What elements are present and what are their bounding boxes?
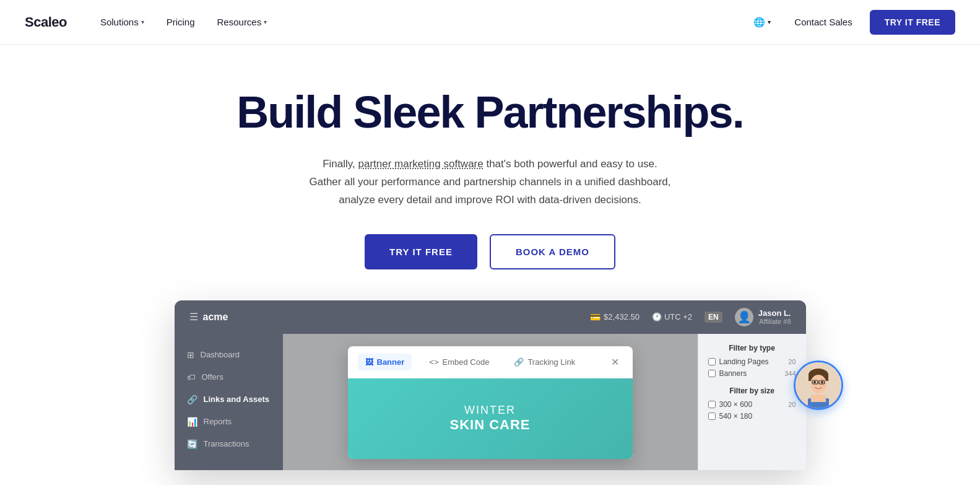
dashboard-main: 🖼 Banner <> Embed Code 🔗 Tracking Link	[283, 334, 698, 470]
banner-line2: SKIN CARE	[366, 417, 614, 433]
repeat-icon: 🔄	[187, 439, 197, 449]
wallet-balance: 💳 $2,432.50	[590, 312, 640, 322]
modal-body: WINTER SKIN CARE	[348, 378, 633, 459]
try-free-button-nav[interactable]: TRY IT FREE	[870, 10, 955, 35]
sidebar-item-offers[interactable]: 🏷 Offers	[175, 366, 283, 388]
banner-preview: WINTER SKIN CARE	[348, 378, 633, 459]
filter-banners-checkbox[interactable]	[708, 370, 716, 377]
partner-marketing-link[interactable]: partner marketing software	[358, 158, 483, 170]
filter-size-300x600-checkbox[interactable]	[708, 401, 716, 408]
chevron-down-icon: ▾	[768, 19, 771, 25]
sidebar-item-transactions[interactable]: 🔄 Transactions	[175, 433, 283, 455]
navbar-right: 🌐 ▾ Contact Sales TRY IT FREE	[747, 10, 955, 35]
book-demo-button[interactable]: BOOK A DEMO	[490, 234, 615, 269]
code-icon: <>	[429, 357, 438, 367]
image-icon: 🖼	[365, 357, 373, 367]
svg-point-5	[821, 381, 823, 383]
bar-chart-icon: 📊	[187, 417, 197, 427]
filter-size-540x180[interactable]: 540 × 180	[708, 412, 796, 421]
filter-type-title: Filter by type	[708, 344, 796, 352]
user-avatar: 👤	[735, 308, 753, 326]
tab-tracking-link[interactable]: 🔗 Tracking Link	[506, 354, 583, 370]
user-profile[interactable]: 👤 Jason L. Affiliate #8	[735, 308, 791, 326]
tag-icon: 🏷	[187, 372, 196, 382]
tab-embed-code[interactable]: <> Embed Code	[422, 354, 497, 370]
clock-icon: 🕐	[652, 312, 662, 321]
hero-section: Build Sleek Partnerships. Finally, partn…	[0, 45, 980, 485]
filter-landing-pages-checkbox[interactable]	[708, 358, 716, 365]
tracking-icon: 🔗	[514, 357, 524, 367]
filter-banners[interactable]: Banners 344	[708, 369, 796, 378]
tab-banner[interactable]: 🖼 Banner	[358, 354, 412, 370]
dashboard-preview-wrapper: ☰ acme 💳 $2,432.50 🕐 UTC +2 EN	[175, 300, 806, 470]
nav-resources[interactable]: Resources ▾	[209, 12, 276, 32]
timezone-display: 🕐 UTC +2	[652, 312, 692, 321]
grid-icon: ⊞	[187, 350, 194, 360]
modal-tabs: 🖼 Banner <> Embed Code 🔗 Tracking Link	[348, 346, 633, 378]
sidebar-item-dashboard[interactable]: ⊞ Dashboard	[175, 344, 283, 366]
dashboard-sidebar: ⊞ Dashboard 🏷 Offers 🔗 Links and Assets …	[175, 334, 283, 470]
right-panel: Filter by type Landing Pages 20 Banners …	[698, 334, 806, 470]
dashboard-brand: ☰ acme	[189, 311, 228, 323]
try-free-button-hero[interactable]: TRY IT FREE	[365, 234, 477, 269]
filter-size-title: Filter by size	[708, 387, 796, 395]
user-info: Jason L. Affiliate #8	[758, 308, 791, 325]
contact-sales-link[interactable]: Contact Sales	[787, 12, 859, 32]
dashboard-body: ⊞ Dashboard 🏷 Offers 🔗 Links and Assets …	[175, 334, 806, 470]
link-icon: 🔗	[187, 395, 197, 404]
filter-size-section: Filter by size 300 × 600 20 540 × 180	[708, 387, 796, 421]
sidebar-item-links-assets[interactable]: 🔗 Links and Assets	[175, 388, 283, 411]
language-selector[interactable]: 🌐 ▾	[747, 13, 777, 32]
modal-close-button[interactable]: ✕	[608, 354, 623, 369]
hero-subtitle: Finally, partner marketing software that…	[309, 155, 670, 209]
hamburger-icon[interactable]: ☰	[189, 311, 198, 323]
chevron-down-icon: ▾	[264, 19, 267, 25]
svg-point-4	[813, 381, 816, 383]
nav-pricing[interactable]: Pricing	[158, 12, 204, 32]
dashboard-topbar: ☰ acme 💳 $2,432.50 🕐 UTC +2 EN	[175, 300, 806, 334]
filter-size-540x180-checkbox[interactable]	[708, 413, 716, 420]
sidebar-item-reports[interactable]: 📊 Reports	[175, 411, 283, 433]
filter-type-section: Filter by type Landing Pages 20 Banners …	[708, 344, 796, 378]
svg-rect-10	[811, 395, 826, 402]
dashboard-brand-name: acme	[203, 312, 228, 323]
floating-avatar	[794, 360, 843, 410]
chevron-down-icon: ▾	[141, 19, 144, 25]
avatar-face	[796, 362, 841, 408]
navbar: Scaleo Solutions ▾ Pricing Resources ▾ 🌐…	[0, 0, 980, 45]
hero-cta-buttons: TRY IT FREE BOOK A DEMO	[365, 234, 615, 269]
asset-modal: 🖼 Banner <> Embed Code 🔗 Tracking Link	[348, 346, 633, 459]
brand-logo[interactable]: Scaleo	[25, 14, 67, 30]
filter-landing-pages[interactable]: Landing Pages 20	[708, 357, 796, 366]
dashboard-topbar-right: 💳 $2,432.50 🕐 UTC +2 EN 👤 Jason L.	[590, 308, 791, 326]
modal-overlay: 🖼 Banner <> Embed Code 🔗 Tracking Link	[283, 334, 698, 470]
banner-line1: WINTER	[366, 404, 614, 417]
globe-icon: 🌐	[753, 17, 765, 28]
filter-size-300x600[interactable]: 300 × 600 20	[708, 400, 796, 409]
wallet-icon: 💳	[590, 312, 601, 322]
language-badge[interactable]: EN	[705, 312, 722, 323]
hero-title: Build Sleek Partnerships.	[236, 88, 743, 137]
nav-links: Solutions ▾ Pricing Resources ▾	[92, 12, 747, 32]
dashboard-preview: ☰ acme 💳 $2,432.50 🕐 UTC +2 EN	[175, 300, 806, 470]
nav-solutions[interactable]: Solutions ▾	[92, 12, 153, 32]
